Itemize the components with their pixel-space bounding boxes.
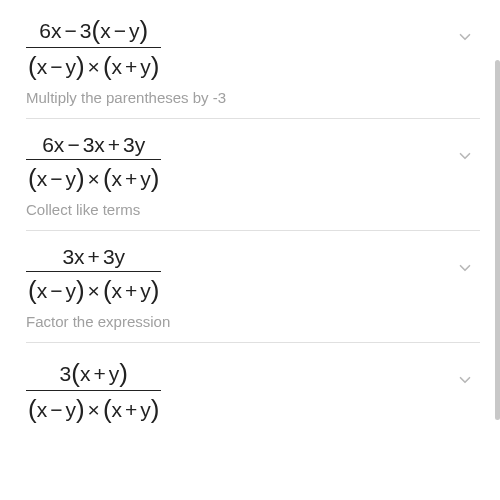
scrollbar[interactable] <box>494 0 500 500</box>
expand-toggle[interactable] <box>456 259 474 281</box>
numerator: 6x−3x+3y <box>26 133 161 160</box>
chevron-down-icon <box>456 151 474 168</box>
expand-toggle[interactable] <box>456 147 474 169</box>
denominator: (x−y)×(x+y) <box>26 48 161 81</box>
denominator: (x−y)×(x+y) <box>26 391 161 424</box>
math-fraction: 3(x+y) (x−y)×(x+y) <box>26 357 161 424</box>
solution-step: 6x−3x+3y (x−y)×(x+y) Collect like terms <box>26 119 480 231</box>
numerator: 3x+3y <box>26 245 161 272</box>
math-fraction: 6x−3(x−y) (x−y)×(x+y) <box>26 14 161 81</box>
denominator: (x−y)×(x+y) <box>26 272 161 305</box>
expand-toggle[interactable] <box>456 371 474 393</box>
step-caption: Multiply the parentheses by -3 <box>26 89 480 106</box>
chevron-down-icon <box>456 375 474 392</box>
chevron-down-icon <box>456 32 474 49</box>
step-caption: Collect like terms <box>26 201 480 218</box>
steps-container: 6x−3(x−y) (x−y)×(x+y) Multiply the paren… <box>0 0 500 436</box>
expand-toggle[interactable] <box>456 28 474 50</box>
solution-step: 3(x+y) (x−y)×(x+y) <box>26 343 480 436</box>
chevron-down-icon <box>456 263 474 280</box>
denominator: (x−y)×(x+y) <box>26 160 161 193</box>
math-fraction: 6x−3x+3y (x−y)×(x+y) <box>26 133 161 193</box>
scroll-thumb[interactable] <box>495 60 500 420</box>
solution-step: 3x+3y (x−y)×(x+y) Factor the expression <box>26 231 480 343</box>
step-caption: Factor the expression <box>26 313 480 330</box>
numerator: 6x−3(x−y) <box>26 14 161 48</box>
math-fraction: 3x+3y (x−y)×(x+y) <box>26 245 161 305</box>
numerator: 3(x+y) <box>26 357 161 391</box>
solution-step: 6x−3(x−y) (x−y)×(x+y) Multiply the paren… <box>26 0 480 119</box>
